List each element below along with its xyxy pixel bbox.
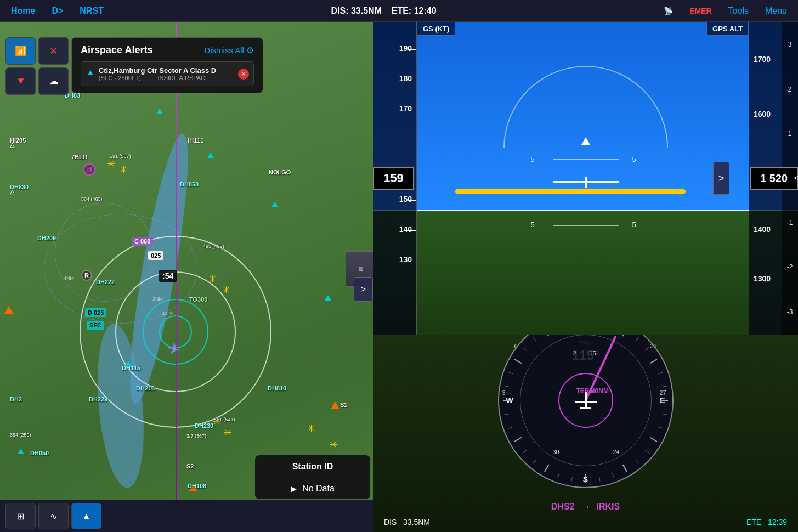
no-data-label: No Data	[302, 484, 335, 494]
pitch-label-5b-right: 5	[632, 220, 636, 229]
filter-btn[interactable]: 🔻	[5, 67, 36, 95]
hsi-dis: DIS 33.5NM	[384, 518, 430, 527]
compass-num-24: 24	[613, 449, 620, 455]
nav-beacon-cyan-3	[271, 202, 278, 207]
h-marker: H	[83, 163, 95, 176]
map-label-dh050: DH050	[30, 450, 49, 456]
map-label-dh216: DH216	[136, 385, 155, 392]
d-link[interactable]: D>	[52, 6, 63, 16]
map-label-dh2: DH2	[10, 396, 22, 403]
to300-label: TO300	[189, 296, 207, 303]
hsi-ac-tail	[580, 407, 591, 409]
hsi-area: TRK 115° N S E W 3 3 6 33 3 27 2 15	[373, 335, 798, 532]
topbar-right: 📡 EMER Tools Menu	[664, 6, 787, 16]
map-label-dh830-tri: △	[10, 188, 14, 195]
bank-pointer	[581, 137, 590, 145]
nav-beacon-1	[4, 306, 13, 314]
speed-tick-150	[408, 200, 416, 201]
ete-text: ETE	[746, 518, 761, 527]
hsi-bottom: DIS 33.5NM ETE 12:39	[373, 518, 798, 527]
ras-n1: -1	[787, 219, 793, 227]
map-label-dh810: DH810	[268, 385, 286, 392]
map-label-584: 584 (463)	[81, 196, 103, 202]
play-icon: ▶	[291, 484, 297, 493]
alert-title: Airspace Alerts	[81, 44, 152, 56]
pfd-horizon	[373, 210, 798, 211]
alt-chevron: <	[794, 173, 798, 183]
pitch-line-5-up	[553, 159, 619, 160]
alt-label-c060: C 060	[132, 237, 153, 246]
map-label-dh108: DH108	[188, 483, 206, 489]
pitch-line-5-down	[553, 225, 619, 226]
map-area[interactable]: 4NM 2NM 1NM H R ✳ ✳ ✳ ✳ ✳ ✳ ✳ ✳ ✈ :54	[0, 22, 373, 532]
ete-label: ETE: 12:40	[392, 6, 437, 15]
alert-item: ▲ Ctlz,Hamburg Ctr Sector A Class D (SFC…	[81, 61, 254, 86]
starburst-2: ✳	[120, 163, 128, 176]
menu-link[interactable]: Menu	[765, 6, 787, 16]
ras-3: 3	[788, 41, 792, 48]
no-data-button[interactable]: ▶ No Data	[255, 478, 370, 499]
main: 4NM 2NM 1NM H R ✳ ✳ ✳ ✳ ✳ ✳ ✳ ✳ ✈ :54	[0, 22, 798, 532]
location-button[interactable]: ▲	[71, 503, 101, 529]
cloud-btn[interactable]: ☁	[38, 67, 69, 95]
scroll-right-button[interactable]: >	[354, 277, 373, 302]
no-fly-btn[interactable]: ✕	[38, 37, 69, 65]
dis-label: DIS: 33.5NM	[331, 6, 382, 15]
ras-2: 2	[788, 86, 792, 93]
speed-mark-170: 170	[399, 104, 412, 113]
nrst-link[interactable]: NRST	[80, 6, 104, 16]
alt-value: 1 520	[760, 172, 788, 185]
alt-mark-1700: 1700	[754, 55, 771, 64]
speed-value: 159	[383, 171, 404, 185]
dis-text: DIS	[384, 518, 397, 527]
speed-tick-190	[408, 49, 416, 50]
wp-arrow: →	[580, 500, 591, 513]
compass-w: W	[506, 396, 513, 405]
station-id-button[interactable]: Station ID	[255, 455, 370, 478]
dist-label-4nm: 4NM	[64, 275, 74, 281]
expand-button[interactable]: >	[713, 162, 729, 195]
compass-s: S	[583, 475, 588, 484]
btn-row-1: 📶 ✕	[5, 37, 69, 65]
ete-value: 12:39	[768, 518, 787, 527]
wifi-btn[interactable]: 📶	[5, 37, 36, 65]
compass-num-30: 30	[553, 449, 559, 455]
map-label-354: 354 (259)	[10, 432, 31, 438]
map-label-s2: S2	[186, 463, 194, 469]
map-label-7ber: 7BER	[71, 154, 87, 160]
tools-link[interactable]: Tools	[728, 6, 749, 16]
btn-row-2: 🔻 ☁	[5, 67, 69, 95]
starburst-3: ✳	[208, 273, 217, 285]
map-label-dh222: DH222	[96, 279, 115, 285]
gps-alt-label: GPS ALT	[712, 25, 743, 33]
gps-alt-box: GPS ALT	[706, 22, 749, 36]
map-label-591: 591 (587)	[110, 154, 131, 159]
dismiss-all-button[interactable]: Dismiss All ⚙	[204, 45, 254, 55]
compass-num-33: 33	[650, 343, 657, 349]
gs-label: GS (KT)	[423, 25, 449, 33]
gear-icon[interactable]: ⚙	[246, 46, 254, 55]
emer-link[interactable]: EMER	[689, 7, 711, 15]
alert-close-button[interactable]: ✕	[238, 69, 249, 80]
compass-rose: N S E W 3 3 6 33 3 27 2 15 30 24	[498, 335, 674, 488]
alert-header: Airspace Alerts Dismiss All ⚙	[81, 44, 254, 56]
starburst-8: ✳	[329, 439, 337, 451]
alt-box: 1 520	[750, 167, 798, 190]
nav-beacon-2	[331, 401, 339, 409]
nav-beacon-cyan-6	[18, 449, 24, 454]
starburst-1: ✳	[107, 158, 115, 170]
starburst-6: ✳	[224, 427, 232, 439]
speed-tick-140	[408, 230, 416, 231]
home-link[interactable]: Home	[11, 6, 35, 16]
path-button[interactable]: ∿	[38, 503, 69, 529]
pitch-label-5b-left: 5	[531, 220, 535, 229]
map-label-dh229: DH229	[89, 396, 107, 403]
ras-1: 1	[788, 130, 792, 138]
layers-button[interactable]: ⊞	[5, 503, 36, 529]
map-label-dh209: DH209	[37, 235, 56, 241]
wp-from: DHS2	[551, 502, 575, 512]
topbar-center: DIS: 33.5NM ETE: 12:40	[331, 6, 437, 16]
speed-mark-130: 130	[399, 255, 412, 264]
gs-box: GS (KT)	[417, 22, 455, 36]
nav-beacon-cyan-1	[156, 109, 163, 114]
